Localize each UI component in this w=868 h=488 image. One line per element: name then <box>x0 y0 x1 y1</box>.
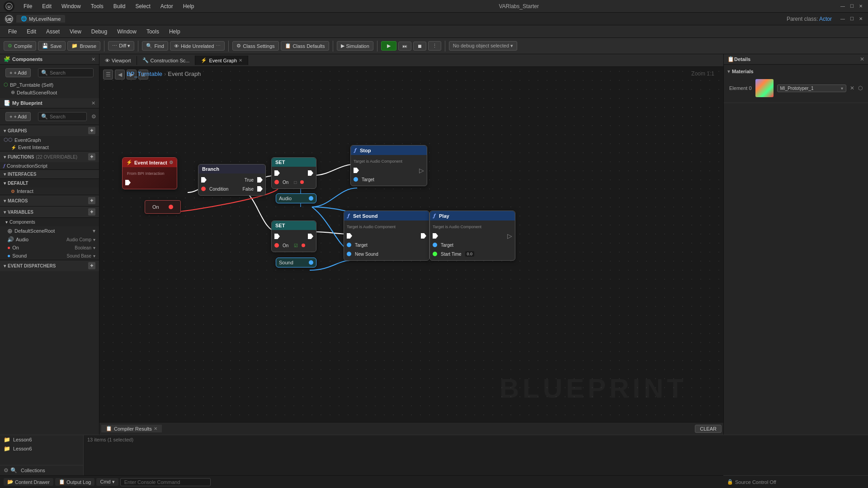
set1-node[interactable]: SET On □ <box>271 157 316 189</box>
menu-select[interactable]: Select <box>131 2 155 10</box>
clear-button[interactable]: CLEAR <box>695 425 722 433</box>
play-node[interactable]: 𝒇 Play Target is Audio Component ▷ Targe… <box>429 211 515 261</box>
lesson6-item-1[interactable]: 📁 Lesson6 <box>0 435 83 444</box>
default-scene-root-item[interactable]: ⊕ DefaultSceneRoot <box>0 89 99 96</box>
menu-file[interactable]: File <box>19 2 37 10</box>
tab-construction-script[interactable]: 🔧 Construction Sc... <box>137 56 196 65</box>
dispatchers-collapse-icon[interactable]: ▾ <box>4 263 6 268</box>
save-button[interactable]: 💾 Save <box>38 41 66 51</box>
variables-add-button[interactable]: + <box>88 208 95 216</box>
compiler-tab-close[interactable]: ✕ <box>154 426 157 431</box>
menu2-edit[interactable]: Edit <box>22 28 41 36</box>
material-clear-icon[interactable]: ✕ <box>850 85 854 91</box>
sound-expand-icon[interactable]: ▾ <box>93 253 95 258</box>
event-graph-tab-close[interactable]: ✕ <box>239 58 242 63</box>
sound-var[interactable]: ● Sound Sound Base ▾ <box>0 252 99 260</box>
audio-expand-icon[interactable]: ▾ <box>93 237 95 242</box>
graphs-collapse-icon[interactable]: ▾ <box>4 128 6 133</box>
find-button[interactable]: 🔍 Find <box>142 41 168 51</box>
interfaces-collapse-icon[interactable]: ▾ <box>4 172 6 177</box>
menu-window[interactable]: Window <box>57 2 85 10</box>
stop-node[interactable]: 𝒇 Stop Target is Audio Component ▷ Targe… <box>350 145 427 186</box>
my-bp-add-button[interactable]: + + Add <box>5 112 31 121</box>
bp-turntable-self-item[interactable]: ⬡ BP_Turntable (Self) <box>0 81 99 89</box>
back-button[interactable]: ◀ <box>115 70 125 80</box>
macros-collapse-icon[interactable]: ▾ <box>4 198 6 203</box>
menu2-tools[interactable]: Tools <box>142 28 164 36</box>
cmd-button[interactable]: Cmd ▾ <box>96 478 118 486</box>
components-close[interactable]: ✕ <box>91 56 95 62</box>
content-drawer-button[interactable]: 📂 Content Drawer <box>4 478 53 486</box>
minimize-button-2[interactable]: — <box>839 15 846 23</box>
level-name-tab[interactable]: 🌐 MyLevelName <box>16 15 65 23</box>
maximize-button-2[interactable]: ☐ <box>848 15 855 23</box>
class-settings-button[interactable]: ⚙ Class Settings <box>232 41 278 51</box>
menu2-debug[interactable]: Debug <box>87 28 112 36</box>
macros-add-button[interactable]: + <box>88 197 95 204</box>
my-blueprint-close[interactable]: ✕ <box>91 100 95 106</box>
close-button-2[interactable]: ✕ <box>857 15 864 23</box>
menu-actor[interactable]: Actor <box>156 2 178 10</box>
menu-tools[interactable]: Tools <box>86 2 108 10</box>
output-log-button[interactable]: 📋 Output Log <box>55 478 94 486</box>
tab-viewport[interactable]: 👁 Viewport <box>99 56 137 65</box>
step-button[interactable]: ⏭ <box>398 42 411 51</box>
components-search-input[interactable] <box>50 70 90 75</box>
console-input[interactable]: Enter Console Command <box>120 478 211 486</box>
dispatchers-add-button[interactable]: + <box>88 262 95 269</box>
hide-unrelated-button[interactable]: 👁 Hide Unrelated ⋯ <box>170 41 225 51</box>
compiler-results-tab[interactable]: 📋 Compiler Results ✕ <box>101 425 162 432</box>
menu-edit[interactable]: Edit <box>38 2 56 10</box>
graphs-add-button[interactable]: + <box>88 127 95 134</box>
material-browse-icon[interactable]: ⬡ <box>858 85 863 91</box>
class-defaults-button[interactable]: 📋 Class Defaults <box>281 41 329 51</box>
on-var[interactable]: ● On Boolean ▾ <box>0 244 99 252</box>
breadcrumb-root[interactable]: BP_Turntable <box>127 70 162 77</box>
interact-item[interactable]: ⚙ Interact <box>0 188 99 195</box>
event-graph-item[interactable]: ⬡⬡ EventGraph <box>0 136 99 144</box>
components-search-box[interactable]: 🔍 <box>38 68 94 77</box>
functions-collapse-icon[interactable]: ▾ <box>4 155 6 160</box>
material-value-field[interactable]: MI_Prototyper_1 ▾ <box>777 84 846 92</box>
collections-settings-icon[interactable]: ⚙ <box>4 467 9 474</box>
debug-select[interactable]: No debug object selected ▾ <box>449 41 517 51</box>
menu-build[interactable]: Build <box>109 2 130 10</box>
on-var-node[interactable]: On <box>145 200 181 214</box>
set-sound-node[interactable]: 𝒇 Set Sound Target is Audio Component Ta <box>344 211 429 261</box>
menu-help[interactable]: Help <box>179 2 199 10</box>
minimize-button[interactable]: — <box>839 3 846 10</box>
branch-node[interactable]: Branch True Condition False <box>198 164 266 196</box>
event-interact-item[interactable]: ⚡ Event Interact <box>0 144 99 151</box>
on-expand-icon[interactable]: ▾ <box>93 245 95 250</box>
default-collapse-icon[interactable]: ▾ <box>4 181 6 186</box>
scene-root-expand-icon[interactable]: ▾ <box>93 228 95 234</box>
menu2-view[interactable]: View <box>65 28 86 36</box>
simulation-button[interactable]: ▶ Simulation <box>337 41 373 51</box>
list-view-button[interactable]: ☰ <box>103 70 113 80</box>
more-play-options[interactable]: ⋮ <box>428 41 441 51</box>
components-add-button[interactable]: + + Add <box>5 68 31 77</box>
default-scene-root-var[interactable]: ⊕ DefaultSceneRoot ▾ <box>0 226 99 235</box>
my-bp-search-box[interactable]: 🔍 <box>38 112 87 121</box>
diff-button[interactable]: ⋯ Diff ▾ <box>108 41 134 51</box>
event-interact-node[interactable]: ⚡ Event Interact ⚙ From BPI Interaction <box>122 157 177 189</box>
menu2-file[interactable]: File <box>4 28 21 36</box>
menu2-help[interactable]: Help <box>165 28 185 36</box>
variables-collapse-icon[interactable]: ▾ <box>4 210 6 215</box>
set2-node[interactable]: SET On ☑ <box>271 221 316 252</box>
close-button[interactable]: ✕ <box>857 3 864 10</box>
audio-var[interactable]: 🔊 Audio Audio Comp ▾ <box>0 235 99 244</box>
lesson6-item-2[interactable]: 📁 Lesson6 <box>0 444 83 453</box>
construction-script-item[interactable]: 𝒇 ConstructionScript <box>0 162 99 169</box>
components-collapse-icon[interactable]: ▾ <box>5 220 8 225</box>
audio-getter-node[interactable]: Audio <box>276 193 316 203</box>
menu2-asset[interactable]: Asset <box>42 28 64 36</box>
settings-gear-icon[interactable]: ⚙ <box>91 113 96 120</box>
browse-button[interactable]: 📁 Browse <box>67 41 100 51</box>
compile-button[interactable]: ⚙ Compile <box>4 41 36 51</box>
stop-button[interactable]: ⏹ <box>413 42 426 51</box>
maximize-button[interactable]: ☐ <box>848 3 855 10</box>
materials-collapse-icon[interactable]: ▾ <box>727 68 730 75</box>
sound-getter-node[interactable]: Sound <box>276 258 316 267</box>
blueprint-canvas[interactable]: ☰ ◀ ▶ ⊞ BP_Turntable › Event Graph Zoom … <box>99 67 723 422</box>
